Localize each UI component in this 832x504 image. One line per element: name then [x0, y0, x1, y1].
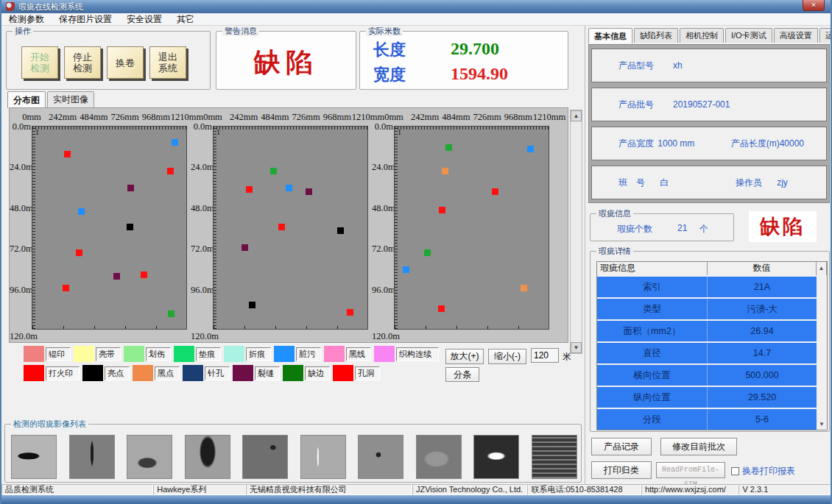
- menu-item-2[interactable]: 安全设置: [119, 13, 169, 25]
- defect-point[interactable]: [278, 224, 285, 230]
- defect-point[interactable]: [347, 309, 353, 316]
- print-report-checkbox[interactable]: 换卷打印报表: [731, 465, 795, 478]
- defect-detail-group-label: 瑕疵详情: [596, 246, 633, 256]
- plot-1: 0mm242mm484mm726mm968mm1210mm0.0m24.0m48…: [10, 108, 194, 344]
- defect-point[interactable]: [286, 185, 292, 191]
- defect-point[interactable]: [127, 224, 133, 230]
- menu-item-3[interactable]: 其它: [169, 13, 202, 25]
- defect-point[interactable]: [113, 273, 120, 280]
- defect-point[interactable]: [403, 266, 409, 273]
- defect-point[interactable]: [242, 244, 248, 251]
- split-button[interactable]: 分条: [445, 367, 479, 382]
- detail-row-1[interactable]: 类型污渍-大: [597, 299, 827, 319]
- view-tab-0[interactable]: 分布图: [7, 91, 46, 108]
- info-tab-5[interactable]: 运行状态信息: [819, 28, 832, 43]
- table-scroll-down-icon[interactable]: ▼: [817, 419, 827, 430]
- range-input[interactable]: [531, 348, 559, 363]
- detail-row-6[interactable]: 分段5-6: [597, 409, 827, 430]
- defect-point[interactable]: [424, 249, 431, 256]
- defect-point[interactable]: [337, 227, 344, 234]
- defect-point[interactable]: [63, 285, 69, 291]
- defect-point[interactable]: [492, 188, 498, 195]
- defect-point[interactable]: [521, 285, 527, 291]
- scroll-track: [817, 321, 827, 341]
- legend-swatch: [324, 346, 345, 362]
- menu-item-0[interactable]: 检测参数: [1, 13, 52, 25]
- zoom-out-button[interactable]: 缩小(-): [488, 349, 526, 364]
- title-bar: 瑕疵在线检测系统 ✕: [1, 0, 831, 13]
- detail-row-2[interactable]: 面积（mm2）26.94: [597, 321, 827, 341]
- product-field-value: zjy: [777, 177, 826, 188]
- defect-image-1[interactable]: [11, 435, 57, 479]
- defect-point[interactable]: [167, 168, 174, 174]
- defect-image-3[interactable]: [127, 435, 172, 479]
- defect-point[interactable]: [439, 207, 445, 213]
- product-record-button[interactable]: 产品记录: [591, 438, 652, 455]
- detail-name: 纵向位置: [597, 387, 708, 408]
- detail-row-0[interactable]: 索引21A: [597, 277, 827, 297]
- defect-point[interactable]: [527, 146, 534, 152]
- legend-label-box: 亮带: [96, 347, 121, 361]
- detail-value: 26.94: [708, 321, 817, 341]
- defect-image-8[interactable]: [416, 435, 462, 479]
- defect-point[interactable]: [442, 168, 448, 174]
- view-tabs: 分布图实时图像: [7, 94, 96, 107]
- status-bar: 品质检测系统Hawkeye系列无锡精质视觉科技有限公司JZVision Tech…: [1, 484, 831, 495]
- info-tab-0[interactable]: 基本信息: [588, 28, 632, 43]
- zoom-in-button[interactable]: 放大(+): [445, 349, 484, 364]
- info-tab-3[interactable]: I/O卡测试: [725, 28, 772, 43]
- chart-area-3[interactable]: 1: [394, 126, 549, 330]
- defect-image-2[interactable]: [69, 435, 115, 479]
- defect-point[interactable]: [270, 168, 277, 174]
- info-tab-4[interactable]: 高级设置: [774, 28, 818, 43]
- op-button-2[interactable]: 换卷: [107, 46, 144, 79]
- op-button-0[interactable]: 开始 检测: [21, 46, 58, 79]
- detail-row-5[interactable]: 纵向位置29.520: [597, 387, 827, 408]
- defect-point[interactable]: [127, 185, 134, 191]
- defect-point[interactable]: [249, 302, 255, 308]
- defect-point[interactable]: [168, 310, 174, 317]
- defect-image-10[interactable]: [532, 435, 577, 479]
- modify-batch-button[interactable]: 修改目前批次: [660, 438, 737, 455]
- window-title: 瑕疵在线检测系统: [18, 1, 83, 13]
- view-tab-1[interactable]: 实时图像: [47, 91, 94, 107]
- print-classify-button[interactable]: 打印归类: [591, 461, 652, 479]
- defect-image-6[interactable]: [300, 435, 346, 479]
- legend-swatch: [183, 365, 203, 381]
- defect-image-7[interactable]: [358, 435, 403, 479]
- defect-point[interactable]: [246, 186, 253, 193]
- defect-image-4[interactable]: [185, 435, 230, 479]
- detail-row-4[interactable]: 横向位置500.000: [597, 365, 827, 386]
- defect-point[interactable]: [76, 249, 82, 256]
- defect-point[interactable]: [306, 188, 312, 195]
- info-tab-2[interactable]: 相机控制: [680, 28, 724, 43]
- defect-image-9[interactable]: [473, 435, 519, 479]
- checkbox-icon[interactable]: [731, 467, 739, 475]
- legend-entry: 黑点: [133, 365, 180, 381]
- chart-area-2[interactable]: 1: [213, 126, 368, 330]
- length-row: 长度 29.700: [373, 39, 406, 61]
- defect-point[interactable]: [445, 144, 452, 151]
- x-tick-label: 968mm: [142, 112, 170, 123]
- close-button[interactable]: ✕: [803, 0, 825, 11]
- chart-area-1[interactable]: 1: [32, 126, 187, 330]
- table-scroll-up-icon[interactable]: ▲: [817, 262, 827, 275]
- product-row-3: 班 号白操作员zjy: [591, 166, 827, 199]
- plot-scrollbar[interactable]: ▲ ▼: [570, 110, 582, 354]
- defect-point[interactable]: [64, 151, 71, 157]
- defect-point[interactable]: [172, 139, 178, 146]
- legend-swatch: [133, 365, 153, 381]
- thumbnail-group: 检测的瑕疵影像列表: [4, 424, 582, 483]
- menu-item-1[interactable]: 保存图片设置: [52, 13, 119, 25]
- detail-value: 21A: [708, 277, 817, 297]
- op-button-3[interactable]: 退出 系统: [149, 46, 186, 79]
- defect-image-5[interactable]: [242, 435, 288, 479]
- op-button-1[interactable]: 停止 检测: [64, 46, 101, 79]
- scroll-up-icon[interactable]: ▲: [571, 110, 582, 121]
- defect-point[interactable]: [141, 271, 147, 278]
- defect-point[interactable]: [78, 208, 85, 215]
- defect-point[interactable]: [438, 305, 445, 312]
- info-tab-1[interactable]: 缺陷列表: [634, 28, 678, 43]
- scroll-down-icon[interactable]: ▼: [571, 342, 582, 353]
- detail-row-3[interactable]: 直径14.7: [597, 343, 827, 363]
